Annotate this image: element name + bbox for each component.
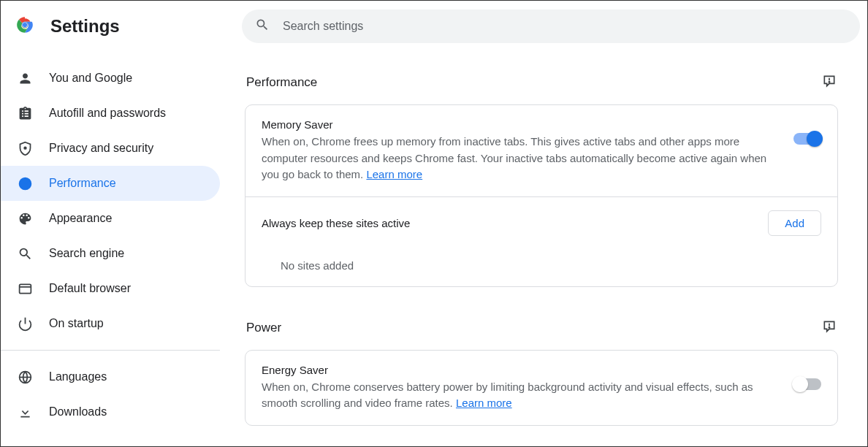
app-title: Settings (50, 16, 120, 37)
chrome-logo-icon (15, 15, 34, 37)
browser-icon (17, 280, 33, 297)
sidebar-item-you-and-google[interactable]: You and Google (1, 61, 220, 96)
svg-point-4 (24, 147, 26, 149)
section-title: Power (246, 321, 281, 335)
keep-active-title: Always keep these sites active (262, 217, 410, 229)
feedback-icon[interactable] (822, 319, 837, 337)
sidebar-item-label: On startup (49, 317, 104, 330)
energy-saver-card: Energy Saver When on, Chrome conserves b… (245, 350, 838, 426)
shield-icon (17, 140, 33, 156)
sidebar-item-privacy[interactable]: Privacy and security (1, 131, 220, 166)
search-icon (255, 18, 270, 35)
sidebar-item-autofill[interactable]: Autofill and passwords (1, 96, 220, 131)
sidebar-item-label: Performance (49, 177, 116, 190)
sidebar-item-default-browser[interactable]: Default browser (1, 271, 220, 306)
memory-saver-card: Memory Saver When on, Chrome frees up me… (245, 104, 838, 287)
clipboard-icon (17, 105, 33, 121)
main-content: Performance Memory Saver When on, Chrome… (220, 52, 845, 446)
sidebar-item-performance[interactable]: Performance (1, 166, 220, 201)
memory-saver-toggle[interactable] (793, 133, 821, 145)
sidebar-item-appearance[interactable]: Appearance (1, 201, 220, 236)
sidebar-item-languages[interactable]: Languages (1, 359, 220, 394)
memory-saver-row: Memory Saver When on, Chrome frees up me… (245, 105, 837, 196)
person-icon (17, 70, 33, 86)
feedback-icon[interactable] (822, 74, 837, 91)
speedometer-icon (17, 175, 33, 191)
sidebar: You and Google Autofill and passwords Pr… (1, 52, 220, 446)
energy-saver-toggle[interactable] (793, 378, 821, 390)
power-icon (17, 316, 33, 332)
memory-saver-learn-more-link[interactable]: Learn more (366, 168, 422, 180)
memory-saver-title: Memory Saver (262, 118, 776, 131)
svg-point-3 (23, 23, 27, 27)
sidebar-item-downloads[interactable]: Downloads (1, 394, 220, 429)
sidebar-item-label: Appearance (49, 212, 112, 225)
energy-saver-desc: When on, Chrome conserves battery power … (262, 379, 776, 412)
download-icon (17, 404, 33, 420)
search-icon (17, 245, 33, 261)
search-input[interactable] (283, 20, 847, 33)
no-sites-text: No sites added (245, 249, 837, 286)
svg-point-14 (829, 326, 829, 327)
toggle-knob (807, 131, 823, 147)
energy-saver-row: Energy Saver When on, Chrome conserves b… (245, 351, 837, 425)
sidebar-item-search-engine[interactable]: Search engine (1, 236, 220, 271)
add-site-button[interactable]: Add (768, 210, 821, 236)
toggle-knob (792, 376, 808, 392)
sidebar-item-label: Autofill and passwords (49, 107, 166, 120)
sidebar-item-label: Default browser (49, 282, 131, 295)
keep-active-row: Always keep these sites active Add (245, 196, 837, 249)
palette-icon (17, 210, 33, 226)
sidebar-item-label: You and Google (49, 72, 132, 85)
sidebar-item-label: Privacy and security (49, 142, 153, 155)
memory-saver-desc: When on, Chrome frees up memory from ina… (262, 134, 776, 183)
sidebar-item-label: Downloads (49, 405, 107, 419)
topbar: Settings (1, 1, 867, 52)
svg-point-12 (829, 82, 829, 83)
globe-icon (17, 369, 33, 385)
sidebar-divider (1, 350, 220, 351)
energy-saver-title: Energy Saver (262, 364, 776, 376)
section-header-power: Power (245, 312, 838, 350)
logo-area: Settings (8, 15, 242, 37)
section-header-performance: Performance (245, 66, 838, 104)
energy-saver-learn-more-link[interactable]: Learn more (456, 397, 512, 409)
svg-rect-6 (19, 284, 31, 293)
sidebar-item-label: Search engine (49, 247, 124, 260)
search-bar[interactable] (242, 9, 860, 43)
sidebar-item-label: Languages (49, 370, 107, 383)
section-title: Performance (246, 75, 317, 90)
sidebar-item-on-startup[interactable]: On startup (1, 306, 220, 341)
